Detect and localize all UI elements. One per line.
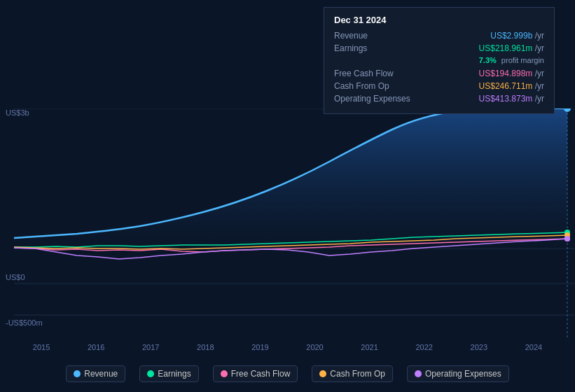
x-label-2024: 2024 — [525, 343, 542, 351]
tooltip-value-fcf: US$194.898m /yr — [479, 69, 544, 78]
legend-label-earnings: Earnings — [158, 369, 190, 379]
legend-item-revenue[interactable]: Revenue — [66, 365, 125, 382]
legend-label-opex: Operating Expenses — [425, 369, 501, 379]
tooltip-margin-value: 7.3% — [479, 56, 497, 64]
tooltip-label-cfo: Cash From Op — [334, 81, 411, 91]
x-label-2020: 2020 — [306, 343, 323, 351]
chart-container: Dec 31 2024 Revenue US$2.999b /yr Earnin… — [0, 0, 575, 392]
legend-dot-fcf — [221, 370, 228, 377]
tooltip-row-margin: 7.3% profit margin — [334, 56, 544, 64]
x-label-2015: 2015 — [33, 343, 50, 351]
legend-item-fcf[interactable]: Free Cash Flow — [213, 365, 298, 382]
x-label-2021: 2021 — [361, 343, 377, 351]
legend-dot-cfo — [319, 370, 326, 377]
legend-dot-earnings — [147, 370, 154, 377]
tooltip-row-opex: Operating Expenses US$413.873m /yr — [334, 94, 544, 104]
tooltip-label-fcf: Free Cash Flow — [334, 69, 411, 78]
tooltip-row-fcf: Free Cash Flow US$194.898m /yr — [334, 69, 544, 78]
legend: Revenue Earnings Free Cash Flow Cash Fro… — [0, 365, 575, 382]
legend-label-revenue: Revenue — [84, 369, 118, 379]
legend-label-fcf: Free Cash Flow — [231, 369, 291, 379]
legend-label-cfo: Cash From Op — [330, 369, 385, 379]
tooltip-row-earnings: Earnings US$218.961m /yr — [334, 43, 544, 53]
tooltip-label-earnings: Earnings — [334, 43, 411, 53]
legend-item-opex[interactable]: Operating Expenses — [407, 365, 509, 382]
legend-item-earnings[interactable]: Earnings — [139, 365, 198, 382]
tooltip-label-revenue: Revenue — [334, 31, 411, 41]
tooltip-card: Dec 31 2024 Revenue US$2.999b /yr Earnin… — [324, 7, 555, 114]
svg-point-9 — [564, 236, 570, 241]
tooltip-value-opex: US$413.873m /yr — [479, 94, 544, 104]
tooltip-row-revenue: Revenue US$2.999b /yr — [334, 31, 544, 41]
tooltip-value-cfo: US$246.711m /yr — [479, 81, 544, 91]
tooltip-row-cfo: Cash From Op US$246.711m /yr — [334, 81, 544, 91]
x-label-2023: 2023 — [471, 343, 487, 351]
x-labels: 2015 2016 2017 2018 2019 2020 2021 2022 … — [0, 343, 575, 351]
x-label-2019: 2019 — [251, 343, 268, 351]
tooltip-value-earnings: US$218.961m /yr — [479, 43, 544, 53]
x-label-2018: 2018 — [197, 343, 214, 351]
legend-dot-revenue — [74, 370, 81, 377]
chart-svg — [0, 108, 575, 340]
tooltip-title: Dec 31 2024 — [334, 15, 544, 25]
x-label-2016: 2016 — [88, 343, 104, 351]
legend-dot-opex — [415, 370, 422, 377]
tooltip-label-opex: Operating Expenses — [334, 94, 411, 104]
x-label-2017: 2017 — [142, 343, 159, 351]
tooltip-value-revenue: US$2.999b /yr — [490, 31, 544, 41]
x-label-2022: 2022 — [415, 343, 432, 351]
tooltip-margin-text: 7.3% profit margin — [402, 56, 544, 64]
legend-item-cfo[interactable]: Cash From Op — [312, 365, 393, 382]
